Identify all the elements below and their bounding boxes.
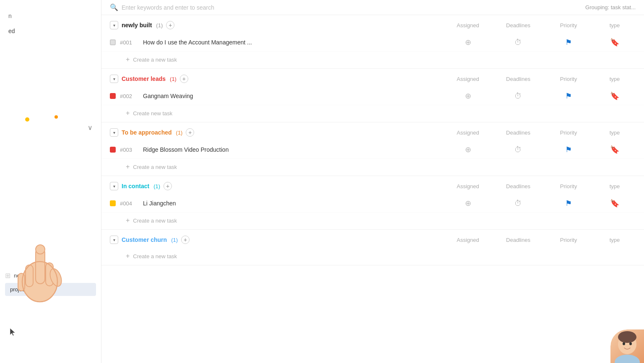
sidebar-chevron[interactable]: ∨ [88,124,93,132]
grouping-label[interactable]: Grouping: task stat... [585,4,636,10]
col-header-assigned-in-contact: Assigned [443,183,493,189]
col-header-deadlines-to-be-approached: Deadlines [493,130,543,136]
create-task-row[interactable]: +Create a new task [101,52,644,68]
main-content: 🔍 Enter keywords and enter to search Gro… [101,0,644,363]
collapse-btn-customer-leads[interactable]: ▾ [110,75,118,83]
sidebar: n ed ∨ ⊞ new project project [0,0,101,363]
col-header-priority-customer-churn: Priority [543,237,594,243]
priority-flag-icon[interactable]: ⚑ [543,199,594,208]
plus-icon: + [126,56,130,63]
add-task-btn-newly-built[interactable]: + [166,21,174,29]
deco-dot-yellow [25,117,29,122]
col-header-type-in-contact: type [594,183,636,189]
add-task-btn-customer-churn[interactable]: + [181,236,190,244]
cursor-arrow [8,327,21,340]
type-bookmark-icon[interactable]: 🔖 [594,145,636,154]
create-task-row[interactable]: +Create new task [101,105,644,122]
create-task-label: Create new task [133,110,172,117]
col-header-priority-customer-leads: Priority [543,76,594,82]
sidebar-item-n[interactable]: n [0,8,101,23]
deadline-icon[interactable]: ⏱ [493,38,543,47]
collapse-btn-in-contact[interactable]: ▾ [110,182,118,190]
section-title-newly-built: newly built [122,22,152,29]
assigned-icon[interactable]: ⊕ [443,91,493,101]
section-customer-churn: ▾Customer churn(1)+AssignedDeadlinesPrio… [101,230,644,265]
search-placeholder[interactable]: Enter keywords and enter to search [122,4,214,11]
assigned-icon[interactable]: ⊕ [443,38,493,47]
table-row[interactable]: #002Gangnam Weaving⊕⏱⚑🔖 [101,87,644,105]
assigned-icon[interactable]: ⊕ [443,199,493,208]
create-task-row[interactable]: +Create a new task [101,213,644,229]
create-task-label: Create a new task [133,164,177,170]
section-count-customer-churn: (1) [171,237,178,243]
new-project-item[interactable]: ⊞ new project [5,268,96,283]
task-name[interactable]: How do I use the Account Management ... [143,39,252,46]
task-id: #003 [120,147,139,153]
deadline-icon[interactable]: ⏱ [493,199,543,208]
task-name[interactable]: Ridge Blossom Video Production [143,146,229,153]
add-task-btn-in-contact[interactable]: + [164,182,172,190]
section-count-customer-leads: (1) [170,76,177,82]
col-header-assigned-customer-churn: Assigned [443,237,493,243]
col-header-type-to-be-approached: type [594,130,636,136]
assigned-icon[interactable]: ⊕ [443,145,493,154]
section-count-in-contact: (1) [153,183,160,189]
svg-point-9 [618,331,636,343]
section-title-in-contact: In contact [122,183,149,189]
col-header-priority-newly-built: Priority [543,22,594,29]
col-header-deadlines-customer-leads: Deadlines [493,76,543,82]
section-count-newly-built: (1) [156,22,163,29]
section-header-customer-leads: ▾Customer leads(1)+AssignedDeadlinesPrio… [101,69,644,87]
section-header-to-be-approached: ▾To be approached(1)+AssignedDeadlinesPr… [101,122,644,141]
col-header-deadlines-customer-churn: Deadlines [493,237,543,243]
collapse-btn-customer-churn[interactable]: ▾ [110,236,118,244]
section-header-in-contact: ▾In contact(1)+AssignedDeadlinesPriority… [101,176,644,194]
plus-icon: + [126,217,130,224]
priority-flag-icon[interactable]: ⚑ [543,38,594,47]
task-status-dot [110,200,116,206]
section-newly-built: ▾newly built(1)+AssignedDeadlinesPriorit… [101,15,644,69]
task-id: #002 [120,93,139,99]
col-header-assigned-newly-built: Assigned [443,22,493,29]
type-bookmark-icon[interactable]: 🔖 [594,38,636,47]
deadline-icon[interactable]: ⏱ [493,92,543,101]
deadline-icon[interactable]: ⏱ [493,145,543,154]
col-header-assigned-to-be-approached: Assigned [443,130,493,136]
table-row[interactable]: #001How do I use the Account Management … [101,34,644,52]
add-task-btn-customer-leads[interactable]: + [180,75,188,83]
type-bookmark-icon[interactable]: 🔖 [594,199,636,208]
project-item-active[interactable]: project [5,283,96,296]
task-status-dot [110,147,116,153]
table-row[interactable]: #004Li Jiangchen⊕⏱⚑🔖 [101,194,644,213]
create-task-label: Create a new task [133,218,177,224]
collapse-btn-to-be-approached[interactable]: ▾ [110,128,118,137]
col-header-type-newly-built: type [594,22,636,29]
avatar [610,329,644,363]
collapse-btn-newly-built[interactable]: ▾ [110,21,118,29]
sidebar-bottom: ⊞ new project project [0,268,101,296]
svg-point-12 [615,355,640,363]
sections-container: ▾newly built(1)+AssignedDeadlinesPriorit… [101,15,644,265]
col-header-priority-in-contact: Priority [543,183,594,189]
type-bookmark-icon[interactable]: 🔖 [594,91,636,101]
col-header-type-customer-leads: type [594,76,636,82]
table-row[interactable]: #003Ridge Blossom Video Production⊕⏱⚑🔖 [101,141,644,159]
section-customer-leads: ▾Customer leads(1)+AssignedDeadlinesPrio… [101,69,644,122]
deco-dot-orange [55,115,58,119]
priority-flag-icon[interactable]: ⚑ [543,91,594,101]
avatar-face [610,329,644,363]
create-task-row[interactable]: +Create a new task [101,159,644,176]
task-name[interactable]: Li Jiangchen [143,200,176,207]
task-id: #001 [120,39,139,46]
add-task-btn-to-be-approached[interactable]: + [186,128,194,137]
col-header-priority-to-be-approached: Priority [543,130,594,136]
task-name[interactable]: Gangnam Weaving [143,93,193,99]
search-bar: 🔍 Enter keywords and enter to search Gro… [101,0,644,15]
svg-point-10 [623,342,625,345]
svg-point-11 [629,342,632,345]
new-project-icon: ⊞ [5,272,10,280]
priority-flag-icon[interactable]: ⚑ [543,145,594,154]
create-task-row[interactable]: +Create a new task [101,248,644,265]
section-title-to-be-approached: To be approached [122,129,172,136]
new-project-label: new project [14,272,42,279]
